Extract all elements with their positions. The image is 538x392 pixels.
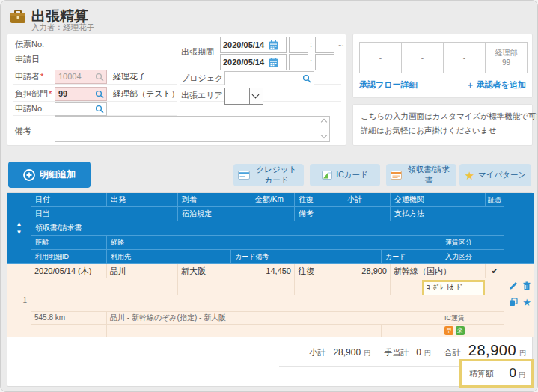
receipt-icon xyxy=(391,171,402,180)
search-icon[interactable] xyxy=(302,73,311,86)
cell-route: 品川 - 新幹線のぞみ(指定) - 新大阪 xyxy=(107,312,441,325)
approval-flow-detail-link[interactable]: 承認フロー詳細 xyxy=(359,79,418,91)
burden-dept-lookup xyxy=(55,86,107,100)
trip-start-date-input[interactable] xyxy=(223,40,266,49)
entered-by-label: 入力者：経理花子 xyxy=(31,22,94,33)
applicant-label: 申請者* xyxy=(15,71,43,82)
request-no-label: 申請No. xyxy=(15,103,44,114)
project-input[interactable] xyxy=(224,71,314,85)
credit-card-icon xyxy=(238,171,250,180)
yen-unit: 円 xyxy=(519,370,525,380)
approver-slot-dept: 経理部99 xyxy=(486,43,527,73)
trip-area-label: 出張エリア xyxy=(181,90,223,101)
approval-slots: - - - 経理部99 xyxy=(359,42,528,73)
yen-unit: 円 xyxy=(364,349,370,358)
remarks-textarea-wrap xyxy=(55,116,330,142)
end-minute-input[interactable] xyxy=(315,54,334,70)
calendar-icon[interactable] xyxy=(269,40,278,50)
my-pattern-button[interactable]: ★ マイパターン xyxy=(459,164,531,186)
col-header-transport: 交通機関 xyxy=(391,193,486,207)
cell-usage-place xyxy=(107,325,382,337)
receipt-invoice-button[interactable]: 領収書/請求書 xyxy=(386,164,456,186)
raku-badge: 楽 xyxy=(456,326,465,335)
trip-area-select[interactable] xyxy=(224,88,263,105)
edit-pencil-icon[interactable] xyxy=(508,281,519,291)
add-approver-link[interactable]: ＋ 承認者を追加 xyxy=(466,79,526,91)
cell-transport: 新幹線（国内） xyxy=(391,264,486,278)
ic-card-icon xyxy=(322,171,332,180)
cell-round-trip: 往復 xyxy=(295,264,343,278)
col-header-arrival: 到着 xyxy=(178,193,251,207)
yen-unit: 円 xyxy=(424,349,431,358)
remarks-textarea[interactable] xyxy=(55,117,329,141)
detail-table-card: ▲ ▼ 日付 出発 到着 金額/Km 往復 小計 交通機関 証憑 日当 宿泊規定… xyxy=(7,192,533,387)
project-lookup xyxy=(224,70,314,85)
cell-usage-detail-id xyxy=(31,325,107,337)
approver-slot: - xyxy=(444,43,486,73)
cell-input-class: 早 楽 xyxy=(441,325,504,337)
col-header-remarks: 備考 xyxy=(295,207,391,221)
cell-subtotal: 28,900 xyxy=(343,264,391,278)
cell-arrival: 新大阪 xyxy=(178,264,251,278)
briefcase-icon xyxy=(10,10,26,24)
time-colon: : xyxy=(310,40,312,49)
col-header-daily-allowance: 日当 xyxy=(31,207,178,221)
cell-amount: 14,450 xyxy=(251,264,295,278)
start-minute-input[interactable] xyxy=(315,37,334,53)
col-header-usage-place: 利用先 xyxy=(107,250,231,264)
col-header-voucher: 証憑 xyxy=(486,193,504,207)
required-mark: * xyxy=(40,72,43,81)
credit-card-button[interactable]: クレジットカード xyxy=(233,164,304,186)
col-header-receipt-invoice: 領収書/請求書 xyxy=(31,221,504,236)
col-header-route: 経路 xyxy=(107,236,441,250)
trip-period-label: 出張期間 xyxy=(181,46,214,58)
col-header-subtotal: 小計 xyxy=(343,193,391,207)
cell-remarks xyxy=(295,278,391,295)
request-no-lookup xyxy=(55,102,107,115)
col-header-payment-method: 支払方法 xyxy=(391,207,504,221)
chevron-down-icon[interactable] xyxy=(249,88,263,104)
applicant-name-text: 経理花子 xyxy=(113,71,146,82)
start-hour-input[interactable] xyxy=(289,37,308,53)
calendar-icon[interactable] xyxy=(269,58,278,67)
trip-start-date-field xyxy=(220,37,287,53)
cell-voucher-check: ✔ xyxy=(486,264,504,278)
notice-card: こちらの入力画面はカスタマイズが標準機能で可能です 詳細はお気軽にお声掛けくださ… xyxy=(352,104,533,146)
cell-lodging-rule xyxy=(178,278,295,295)
search-icon[interactable] xyxy=(95,71,104,85)
col-header-amount-km: 金額/Km xyxy=(251,193,295,207)
subtotal-value: 28,900 xyxy=(333,347,361,358)
col-header-fare-class: 運賃区分 xyxy=(441,236,504,250)
favorite-star-icon[interactable]: ★ xyxy=(522,297,532,307)
allowance-label: 手当計 xyxy=(384,347,409,358)
copy-icon[interactable] xyxy=(508,297,519,307)
col-header-lodging-rule: 宿泊規定 xyxy=(178,207,295,221)
allowance-value: 0 xyxy=(416,347,421,358)
burden-dept-label: 負担部門* xyxy=(15,88,52,99)
end-hour-input[interactable] xyxy=(289,54,308,70)
add-detail-button[interactable]: 明細追加 xyxy=(8,162,91,188)
hayai-badge: 早 xyxy=(444,326,453,335)
sort-down-icon[interactable]: ▼ xyxy=(16,230,22,236)
approver-slot: - xyxy=(402,43,444,73)
trip-end-date-input[interactable] xyxy=(223,58,266,67)
search-icon[interactable] xyxy=(95,88,104,102)
col-header-round-trip: 往復 xyxy=(295,193,343,207)
yen-unit: 円 xyxy=(519,349,526,358)
sort-up-icon[interactable]: ▲ xyxy=(16,221,22,227)
col-header-date: 日付 xyxy=(31,193,107,207)
ic-card-button[interactable]: ICカード xyxy=(310,164,380,186)
search-icon[interactable] xyxy=(95,103,104,117)
expense-app-window: 出張精算 入力者：経理花子 伝票No. 申請日 申請者* 経理花子 負担部門* … xyxy=(0,0,538,392)
detail-table: ▲ ▼ 日付 出発 到着 金額/Km 往復 小計 交通機関 証憑 日当 宿泊規定… xyxy=(7,193,534,337)
cell-date: 2020/05/14 (木) xyxy=(31,264,107,278)
cell-distance: 545.8 km xyxy=(31,312,107,325)
delete-trash-icon[interactable] xyxy=(522,281,532,291)
approval-flow-card: - - - 経理部99 承認フロー詳細 ＋ 承認者を追加 xyxy=(352,34,533,98)
settlement-value: 0 xyxy=(510,366,516,381)
request-date-label: 申請日 xyxy=(15,54,40,65)
trip-end-date-field xyxy=(220,54,287,70)
col-header-card: カード xyxy=(382,250,441,264)
subtotal-label: 小計 xyxy=(309,347,325,358)
row-number: 1 xyxy=(7,264,31,337)
